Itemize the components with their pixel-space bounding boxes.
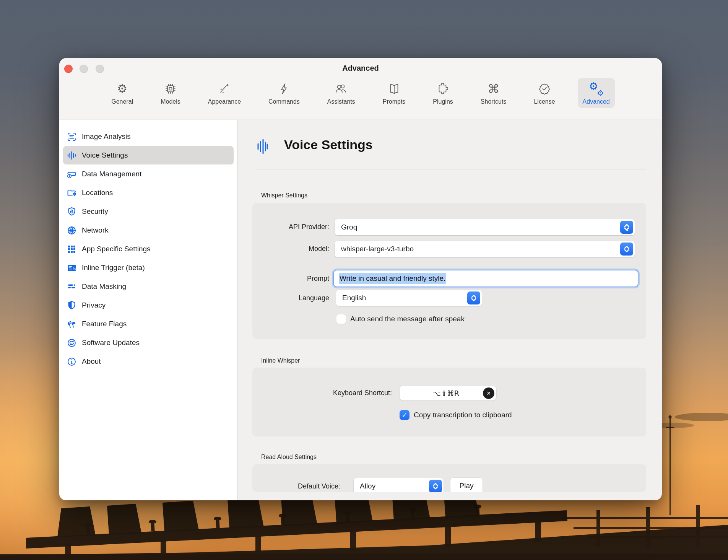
- sidebar-item-image-analysis[interactable]: Image Analysis: [63, 127, 234, 146]
- inline-whisper-section-label: Inline Whisper: [261, 357, 300, 364]
- voice-settings-pane: Voice Settings Whisper Settings API Prov…: [238, 120, 662, 500]
- chevron-up-down-icon: [467, 291, 480, 304]
- copy-transcription-label: Copy transcription to clipboard: [414, 411, 512, 419]
- settings-sidebar: Image Analysis Voice Settings Data Manag…: [59, 120, 238, 500]
- sidebar-item-voice-settings[interactable]: Voice Settings: [63, 146, 234, 164]
- update-icon: [67, 338, 77, 348]
- default-voice-label: Default Voice:: [252, 482, 340, 490]
- api-provider-select[interactable]: Groq: [335, 219, 635, 235]
- window-header: Advanced ⚙ General Models Appearance: [59, 58, 662, 119]
- waveform-title-icon: [257, 138, 268, 156]
- read-aloud-section-label: Read Aloud Settings: [261, 454, 317, 461]
- grid-icon: [67, 244, 77, 254]
- sidebar-item-network[interactable]: Network: [63, 221, 234, 239]
- sidebar-item-privacy[interactable]: Privacy: [63, 296, 234, 314]
- auto-send-checkbox[interactable]: ✓: [336, 314, 346, 324]
- gear-icon: ⚙: [117, 81, 127, 96]
- seal-check-icon: [538, 81, 551, 96]
- chevron-up-down-icon: [620, 243, 633, 256]
- whisper-section-label: Whisper Settings: [261, 192, 307, 199]
- sidebar-item-feature-flags[interactable]: Feature Flags: [63, 315, 234, 333]
- inline-whisper-card: Keyboard Shortcut: ⌥⇧⌘R ✕ ✓ Copy transcr…: [252, 368, 646, 436]
- toolbar-item-models[interactable]: Models: [156, 78, 185, 108]
- copy-transcription-checkbox[interactable]: ✓: [400, 410, 410, 420]
- language-label: Language: [230, 294, 329, 302]
- sidebar-item-security[interactable]: Security: [63, 202, 234, 221]
- bolt-icon: [277, 81, 291, 96]
- selected-text: Write in casual and friendly style.: [339, 273, 446, 284]
- window-command-icon: ⌘: [67, 263, 77, 273]
- sidebar-item-software-updates[interactable]: Software Updates: [63, 334, 234, 352]
- desktop: { "window": { "title": "Advanced" }, "ic…: [0, 0, 728, 560]
- chip-icon: [164, 81, 177, 96]
- shield-half-icon: [67, 300, 77, 311]
- whisper-settings-card: API Provider: Groq Model: whisper-large-…: [252, 203, 646, 339]
- language-select[interactable]: English: [336, 290, 482, 306]
- waveform-icon: [67, 150, 77, 161]
- toolbar-item-shortcuts[interactable]: ⌘ Shortcuts: [476, 78, 512, 108]
- toolbar-item-appearance[interactable]: Appearance: [203, 78, 246, 108]
- globe-icon: [67, 225, 77, 236]
- scan-text-icon: [67, 132, 77, 142]
- prompt-input[interactable]: Write in casual and friendly style.: [334, 270, 638, 287]
- toolbar-item-advanced[interactable]: ⚙⚙ Advanced: [578, 78, 615, 108]
- wand-icon: [218, 81, 231, 96]
- clear-shortcut-button[interactable]: ✕: [483, 387, 494, 399]
- shortcut-keys: ⌥⇧⌘R: [400, 389, 483, 397]
- default-voice-select[interactable]: Alloy: [354, 478, 444, 492]
- info-icon: [67, 357, 77, 367]
- title-divider: [255, 169, 646, 169]
- form-divider: [335, 266, 635, 266]
- drive-clock-icon: [67, 169, 77, 179]
- toolbar-item-prompts[interactable]: Prompts: [378, 78, 411, 108]
- read-aloud-card: Default Voice: Alloy Play: [252, 464, 646, 492]
- svg-text:⌘: ⌘: [73, 267, 76, 270]
- keyboard-shortcut-field[interactable]: ⌥⇧⌘R ✕: [400, 386, 496, 400]
- api-provider-label: API Provider:: [230, 223, 329, 231]
- sidebar-item-inline-trigger[interactable]: ⌘ Inline Trigger (beta): [63, 259, 234, 277]
- puzzle-icon: [436, 81, 450, 96]
- bars-icon: [67, 282, 77, 292]
- page-title: Voice Settings: [284, 137, 373, 152]
- people-icon: [334, 81, 348, 96]
- toolbar-item-assistants[interactable]: Assistants: [322, 78, 360, 108]
- chevron-up-down-icon: [429, 480, 442, 492]
- toolbar-item-general[interactable]: ⚙ General: [106, 78, 138, 108]
- sidebar-item-app-specific-settings[interactable]: App Specific Settings: [63, 240, 234, 258]
- x-icon: ✕: [486, 390, 491, 396]
- prompt-label: Prompt: [230, 275, 329, 283]
- sidebar-item-data-masking[interactable]: Data Masking: [63, 277, 234, 296]
- copy-transcription-row: ✓ Copy transcription to clipboard: [400, 410, 512, 420]
- model-label: Model:: [230, 245, 329, 253]
- folder-gear-icon: [67, 188, 77, 198]
- book-icon: [387, 81, 401, 96]
- window-title: Advanced: [59, 64, 662, 73]
- settings-toolbar: ⚙ General Models Appearance Commands: [59, 78, 662, 118]
- sidebar-item-about[interactable]: About: [63, 352, 234, 371]
- sidebar-item-locations[interactable]: Locations: [63, 184, 234, 202]
- auto-send-row: ✓ Auto send the message after speak: [336, 314, 465, 324]
- toolbar-item-plugins[interactable]: Plugins: [428, 78, 458, 108]
- toolbar-item-license[interactable]: License: [529, 78, 560, 108]
- gears-icon: ⚙⚙: [588, 81, 604, 96]
- settings-window: Advanced ⚙ General Models Appearance: [59, 58, 662, 500]
- auto-send-label: Auto send the message after speak: [350, 315, 465, 323]
- flags-icon: [67, 319, 77, 329]
- keyboard-shortcut-label: Keyboard Shortcut:: [292, 389, 392, 397]
- model-select[interactable]: whisper-large-v3-turbo: [335, 241, 635, 257]
- chevron-up-down-icon: [620, 221, 633, 234]
- play-button[interactable]: Play: [450, 478, 483, 492]
- sidebar-item-data-management[interactable]: Data Management: [63, 165, 234, 183]
- command-icon: ⌘: [487, 81, 499, 96]
- toolbar-item-commands[interactable]: Commands: [263, 78, 305, 108]
- shield-lock-icon: [67, 207, 77, 217]
- check-icon: ✓: [402, 411, 407, 419]
